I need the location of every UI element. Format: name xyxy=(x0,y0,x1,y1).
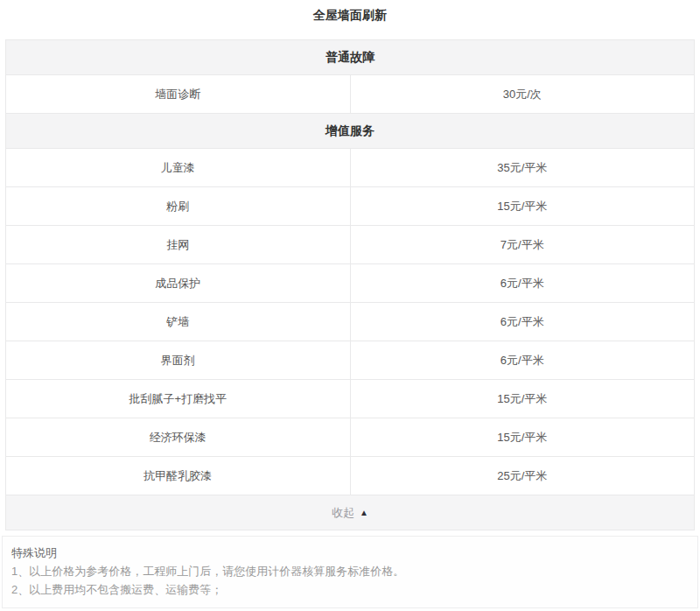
table-row: 铲墙 6元/平米 xyxy=(6,303,694,341)
collapse-label: 收起 xyxy=(332,505,354,521)
table-row: 墙面诊断 30元/次 xyxy=(6,75,694,114)
section-header-value-added: 增值服务 xyxy=(6,114,694,149)
service-name: 铲墙 xyxy=(6,303,351,341)
chevron-up-icon: ▲ xyxy=(360,509,368,517)
notes-line: 2、以上费用均不包含搬运费、运输费等； xyxy=(11,580,689,599)
section-header-common-fault: 普通故障 xyxy=(6,40,694,75)
service-price: 15元/平米 xyxy=(351,418,695,456)
table-row: 抗甲醛乳胶漆 25元/平米 xyxy=(6,457,694,495)
service-name: 抗甲醛乳胶漆 xyxy=(6,457,351,495)
special-notes-panel: 特殊说明 1、以上价格为参考价格，工程师上门后，请您使用计价器核算服务标准价格。… xyxy=(2,536,698,608)
table-row: 界面剂 6元/平米 xyxy=(6,341,694,380)
service-name: 界面剂 xyxy=(6,341,351,379)
table-row: 批刮腻子+打磨找平 15元/平米 xyxy=(6,380,694,418)
notes-title: 特殊说明 xyxy=(11,544,689,562)
service-price: 25元/平米 xyxy=(351,457,695,495)
service-price: 7元/平米 xyxy=(351,226,695,263)
service-price: 6元/平米 xyxy=(351,341,695,379)
service-price: 15元/平米 xyxy=(351,380,695,418)
service-name: 批刮腻子+打磨找平 xyxy=(6,380,351,418)
service-name: 经济环保漆 xyxy=(6,418,351,456)
service-name: 成品保护 xyxy=(6,264,351,302)
price-table: 普通故障 墙面诊断 30元/次 增值服务 儿童漆 35元/平米 粉刷 15元/平… xyxy=(5,39,695,530)
service-price: 6元/平米 xyxy=(351,303,695,341)
collapse-button[interactable]: 收起 ▲ xyxy=(6,495,694,530)
service-name: 粉刷 xyxy=(6,187,351,225)
notes-line: 1、以上价格为参考价格，工程师上门后，请您使用计价器核算服务标准价格。 xyxy=(11,562,689,580)
service-name: 儿童漆 xyxy=(6,149,351,186)
table-row: 儿童漆 35元/平米 xyxy=(6,149,694,187)
table-row: 挂网 7元/平米 xyxy=(6,226,694,264)
table-row: 粉刷 15元/平米 xyxy=(6,187,694,226)
service-price: 6元/平米 xyxy=(351,264,695,302)
service-price: 30元/次 xyxy=(351,75,695,113)
service-price: 35元/平米 xyxy=(351,149,695,186)
service-price: 15元/平米 xyxy=(351,187,695,225)
service-name: 挂网 xyxy=(6,226,351,263)
table-row: 经济环保漆 15元/平米 xyxy=(6,418,694,457)
page-title: 全屋墙面刷新 xyxy=(0,7,700,23)
service-name: 墙面诊断 xyxy=(6,75,351,113)
table-row: 成品保护 6元/平米 xyxy=(6,264,694,303)
